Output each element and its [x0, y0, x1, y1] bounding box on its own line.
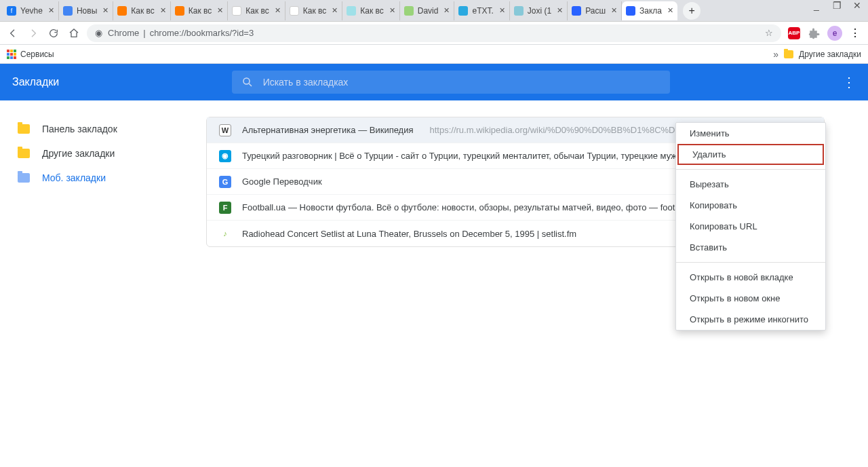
- sidebar-item-1[interactable]: Другие закладки: [0, 141, 190, 166]
- tab-close-icon[interactable]: ✕: [611, 6, 617, 15]
- tab-favicon-10: [572, 6, 581, 16]
- context-menu-item[interactable]: Копировать URL: [676, 216, 825, 237]
- bookmarks-menu-icon[interactable]: ⋮: [842, 74, 856, 90]
- omnibox[interactable]: ◉ Chrome | chrome://bookmarks/?id=3 ☆: [87, 24, 781, 42]
- tab-close-icon[interactable]: ✕: [557, 6, 563, 15]
- sidebar: Панель закладокДругие закладкиМоб. закла…: [0, 100, 190, 247]
- other-bookmarks-shortcut[interactable]: » Другие закладки: [773, 49, 861, 60]
- bookmark-favicon: ♪: [219, 227, 231, 240]
- bookmarks-header: Закладки ⋮: [0, 64, 868, 100]
- tab-favicon-6: [347, 6, 356, 16]
- bookmark-star-icon[interactable]: ☆: [765, 28, 773, 38]
- browser-tab-2[interactable]: Как вс✕: [113, 1, 171, 20]
- bookmark-title: Альтернативная энергетика — Википедия: [242, 125, 414, 135]
- tab-title: Закла: [639, 6, 662, 16]
- sidebar-item-0[interactable]: Панель закладок: [0, 117, 190, 141]
- bookmark-favicon: G: [219, 176, 231, 188]
- browser-tab-8[interactable]: eTXT.✕: [454, 1, 509, 20]
- search-icon: [241, 76, 254, 88]
- minimize-button[interactable]: _: [810, 0, 823, 11]
- tab-favicon-5: [290, 6, 299, 16]
- tab-close-icon[interactable]: ✕: [217, 6, 223, 15]
- tab-close-icon[interactable]: ✕: [102, 6, 108, 15]
- tab-title: Новы: [77, 6, 97, 16]
- bookmark-title: Football.ua — Новости футбола. Всё о фут…: [242, 202, 696, 212]
- context-menu-item[interactable]: Открыть в режиме инкогнито: [676, 309, 825, 330]
- svg-line-1: [249, 83, 252, 86]
- extensions-icon[interactable]: [807, 26, 822, 41]
- tab-close-icon[interactable]: ✕: [443, 6, 450, 15]
- forward-button[interactable]: [26, 26, 41, 41]
- back-button[interactable]: [5, 26, 20, 41]
- sidebar-item-label: Панель закладок: [42, 124, 117, 134]
- bookmarks-bar: Сервисы » Другие закладки: [0, 45, 868, 64]
- folder-icon: [18, 173, 30, 183]
- context-menu-item[interactable]: Изменить: [676, 123, 825, 144]
- browser-tab-5[interactable]: Как вс✕: [285, 1, 343, 20]
- home-button[interactable]: [66, 26, 81, 41]
- folder-icon: [784, 50, 793, 58]
- tab-close-icon[interactable]: ✕: [499, 6, 505, 15]
- profile-avatar[interactable]: e: [827, 26, 842, 41]
- tab-favicon-3: [175, 6, 184, 16]
- folder-icon: [18, 124, 30, 134]
- context-menu-item[interactable]: Копировать: [676, 195, 825, 216]
- context-menu-item[interactable]: Вставить: [676, 237, 825, 258]
- tab-close-icon[interactable]: ✕: [667, 6, 673, 15]
- bookmark-search[interactable]: [232, 71, 670, 94]
- tab-favicon-1: [63, 6, 73, 16]
- sidebar-item-label: Моб. закладки: [42, 172, 106, 183]
- apps-label: Сервисы: [20, 50, 54, 59]
- maximize-button[interactable]: ❐: [830, 0, 844, 11]
- reload-button[interactable]: [46, 26, 61, 41]
- bookmark-title: Google Переводчик: [242, 176, 322, 187]
- tab-title: eTXT.: [472, 6, 493, 16]
- window-controls: _ ❐ ✕: [810, 0, 864, 11]
- context-menu: ИзменитьУдалитьВырезатьКопироватьКопиров…: [675, 122, 826, 331]
- browser-tab-11[interactable]: ★Закла✕: [622, 1, 677, 20]
- apps-shortcut[interactable]: Сервисы: [7, 50, 54, 59]
- new-tab-button[interactable]: +: [683, 2, 701, 20]
- tab-close-icon[interactable]: ✕: [389, 6, 395, 15]
- context-menu-item[interactable]: Открыть в новом окне: [676, 288, 825, 309]
- search-input[interactable]: [263, 77, 660, 88]
- tab-favicon-7: [404, 6, 414, 16]
- browser-tab-6[interactable]: Как вс✕: [342, 1, 400, 20]
- folder-icon: [18, 149, 30, 158]
- sidebar-item-2[interactable]: Моб. закладки: [0, 166, 190, 190]
- tab-title: Как вс: [189, 6, 212, 16]
- site-info-icon[interactable]: ◉: [95, 28, 102, 38]
- bookmark-favicon: F: [219, 202, 231, 214]
- tab-favicon-4: [232, 6, 241, 16]
- chevron-right-icon: »: [773, 49, 778, 60]
- svg-point-0: [243, 78, 250, 84]
- close-window-button[interactable]: ✕: [850, 0, 864, 11]
- browser-tab-3[interactable]: Как вс✕: [171, 1, 229, 20]
- tab-favicon-0: f: [7, 6, 16, 16]
- tab-close-icon[interactable]: ✕: [332, 6, 338, 15]
- bookmark-favicon: W: [219, 124, 231, 136]
- context-menu-item[interactable]: Вырезать: [676, 174, 825, 195]
- browser-tab-10[interactable]: Расш✕: [568, 1, 622, 20]
- menu-separator: [676, 169, 825, 170]
- bookmark-favicon: ◉: [219, 150, 231, 162]
- browser-tab-4[interactable]: Как вс✕: [228, 1, 285, 20]
- abp-extension-icon[interactable]: ABP: [787, 26, 802, 41]
- context-menu-item[interactable]: Открыть в новой вкладке: [676, 267, 825, 288]
- sidebar-item-label: Другие закладки: [42, 148, 115, 159]
- browser-tabs: fYevhe✕Новы✕Как вс✕Как вс✕Как вс✕Как вс✕…: [0, 0, 868, 22]
- tab-close-icon[interactable]: ✕: [275, 6, 281, 15]
- tab-favicon-8: [458, 6, 468, 16]
- omnibox-label: Chrome: [108, 28, 139, 38]
- chrome-menu-icon[interactable]: ⋮: [848, 26, 863, 41]
- tab-close-icon[interactable]: ✕: [160, 6, 166, 15]
- context-menu-item[interactable]: Удалить: [677, 144, 824, 165]
- tab-favicon-9: [514, 6, 524, 16]
- browser-tab-7[interactable]: David✕: [400, 1, 455, 20]
- browser-tab-9[interactable]: Joxi (1✕: [510, 1, 568, 20]
- browser-tab-0[interactable]: fYevhe✕: [3, 1, 59, 20]
- tab-close-icon[interactable]: ✕: [48, 6, 54, 15]
- browser-tab-1[interactable]: Новы✕: [59, 1, 113, 20]
- bookmark-title: Radiohead Concert Setlist at Luna Theate…: [242, 229, 576, 239]
- address-bar-row: ◉ Chrome | chrome://bookmarks/?id=3 ☆ AB…: [0, 22, 868, 45]
